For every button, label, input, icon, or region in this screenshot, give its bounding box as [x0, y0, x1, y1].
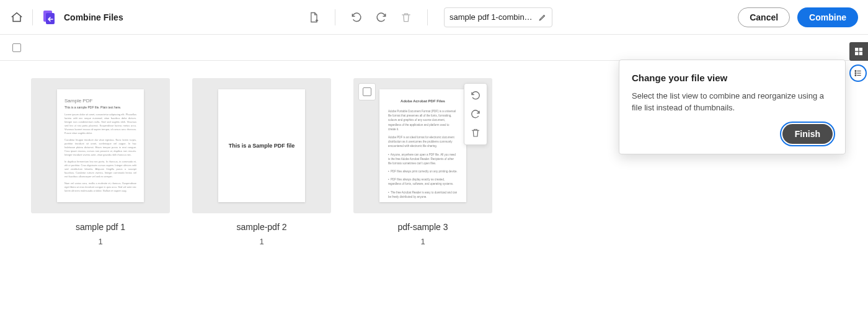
file-thumbnail[interactable]: Sample PDF This is a sample PDF file. Pl… — [31, 78, 170, 213]
svg-point-8 — [855, 73, 856, 74]
file-select-checkbox[interactable] — [358, 83, 376, 100]
divider — [335, 9, 335, 25]
page-title: Combine Files — [64, 12, 123, 22]
file-card[interactable]: Sample PDF This is a sample PDF file. Pl… — [31, 78, 170, 246]
file-page-count: 1 — [192, 237, 331, 246]
coach-body: Select the list view to combine and reor… — [632, 91, 833, 114]
file-thumbnail[interactable]: This is a Sample PDF file — [192, 78, 331, 213]
combine-files-app-icon — [42, 9, 58, 25]
svg-rect-5 — [859, 52, 862, 55]
divider — [427, 9, 428, 25]
toolbar: Combine Files sample pdf 1-combin… Cance… — [0, 0, 868, 35]
combine-button[interactable]: Combine — [797, 7, 858, 27]
coach-title: Change your file view — [632, 73, 833, 83]
file-card[interactable]: This is a Sample PDF file sample-pdf 2 1 — [192, 78, 331, 246]
add-file-icon[interactable] — [308, 11, 320, 24]
home-icon[interactable] — [10, 11, 24, 24]
redo-icon[interactable] — [466, 105, 485, 123]
cancel-button[interactable]: Cancel — [738, 7, 790, 27]
redo-icon[interactable] — [375, 11, 388, 24]
file-hover-actions — [464, 83, 487, 145]
svg-rect-1 — [46, 13, 55, 24]
undo-icon[interactable] — [466, 86, 485, 105]
finish-button[interactable]: Finish — [782, 124, 833, 144]
file-name: sample-pdf 2 — [192, 222, 331, 232]
file-name: pdf-sample 3 — [353, 222, 492, 232]
output-filename-text: sample pdf 1-combin… — [450, 12, 533, 22]
file-thumbnail[interactable]: Adobe Acrobat PDF Files Adobe Portable D… — [353, 78, 492, 213]
file-page-count: 1 — [31, 237, 170, 246]
output-filename-field[interactable]: sample pdf 1-combin… — [444, 7, 552, 27]
select-all-checkbox[interactable] — [12, 43, 21, 52]
svg-rect-2 — [855, 48, 858, 51]
divider — [32, 9, 33, 25]
trash-icon[interactable] — [400, 11, 412, 24]
trash-icon[interactable] — [466, 123, 485, 142]
select-bar — [0, 35, 868, 61]
svg-rect-3 — [859, 48, 862, 51]
pencil-icon[interactable] — [538, 13, 547, 22]
undo-icon[interactable] — [350, 11, 363, 24]
thumbnail-view-button[interactable] — [849, 42, 868, 61]
file-name: sample pdf 1 — [31, 222, 170, 232]
list-view-button[interactable] — [849, 64, 867, 82]
svg-rect-4 — [855, 52, 858, 55]
page-preview: Adobe Acrobat PDF Files Adobe Portable D… — [379, 89, 466, 202]
file-card[interactable]: Adobe Acrobat PDF Files Adobe Portable D… — [353, 78, 492, 246]
svg-point-6 — [855, 71, 856, 72]
coach-popover: Change your file view Select the list vi… — [619, 60, 846, 154]
view-switch — [849, 42, 868, 82]
file-page-count: 1 — [353, 237, 492, 246]
page-preview: This is a Sample PDF file — [218, 89, 305, 202]
page-preview: Sample PDF This is a sample PDF file. Pl… — [57, 89, 144, 202]
svg-point-10 — [855, 75, 856, 76]
